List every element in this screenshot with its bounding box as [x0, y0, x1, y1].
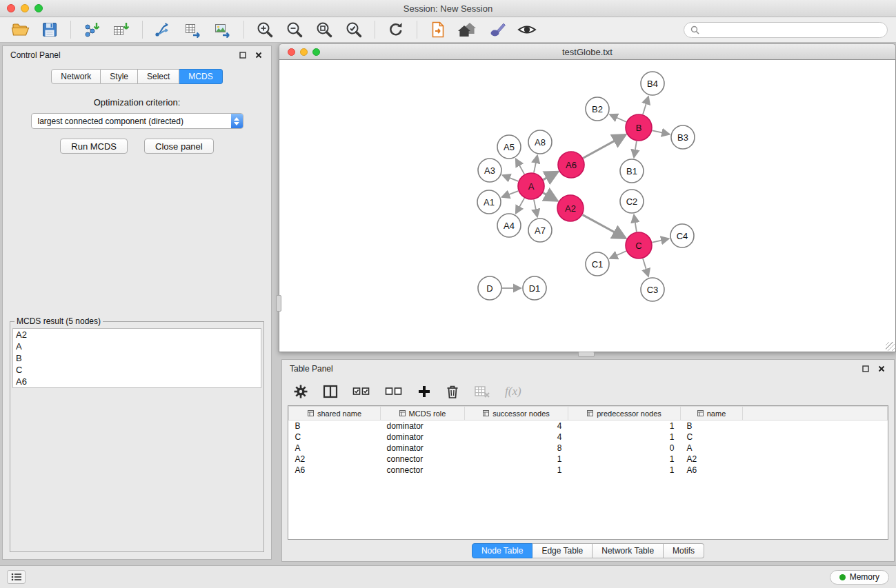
network-edge-C-C4[interactable] — [653, 239, 669, 242]
network-edge-A-A4[interactable] — [516, 198, 524, 213]
network-edge-A-A5[interactable] — [516, 159, 524, 174]
network-node-A5[interactable]: A5 — [497, 135, 521, 159]
network-edge-A-A1[interactable] — [502, 191, 519, 197]
minimize-network-window-button[interactable] — [300, 48, 308, 56]
zoom-out-button[interactable] — [281, 19, 308, 41]
table-row[interactable]: Cdominator41C — [289, 432, 888, 443]
network-node-A1[interactable]: A1 — [477, 190, 501, 214]
close-network-window-button[interactable] — [288, 48, 295, 56]
mcds-result-item[interactable]: A6 — [13, 376, 261, 387]
close-window-button[interactable] — [7, 4, 15, 12]
network-canvas-area[interactable]: B4B2BB3A8A5A6A3B1AC2A1A2A4A7C4CC1DD1C3 — [279, 60, 896, 352]
network-edge-A-A8[interactable] — [534, 156, 537, 173]
column-selector-button[interactable] — [323, 385, 338, 398]
mcds-result-item[interactable]: B — [13, 352, 261, 364]
network-edge-B-B1[interactable] — [634, 141, 637, 157]
mcds-result-item[interactable]: A2 — [13, 329, 261, 341]
search-box[interactable] — [684, 22, 888, 38]
network-node-B4[interactable]: B4 — [641, 72, 664, 95]
zoom-in-button[interactable] — [252, 19, 278, 41]
home-button[interactable] — [455, 19, 481, 41]
network-edge-B-B3[interactable] — [653, 130, 670, 134]
unselect-all-button[interactable] — [385, 385, 403, 398]
zoom-fit-button[interactable] — [311, 19, 337, 41]
run-mcds-button[interactable]: Run MCDS — [60, 139, 128, 154]
mcds-result-item[interactable]: C — [13, 364, 261, 376]
delete-column-button[interactable] — [446, 384, 459, 399]
column-header[interactable]: MCDS role — [381, 407, 465, 420]
network-edge-A-A6[interactable] — [544, 172, 558, 179]
network-edge-A2-C[interactable] — [583, 215, 626, 239]
network-node-B2[interactable]: B2 — [586, 97, 609, 121]
save-session-button[interactable] — [37, 19, 63, 41]
horizontal-splitter-grip[interactable] — [578, 352, 595, 357]
search-input[interactable] — [703, 25, 881, 34]
optimization-criterion-select[interactable]: largest connected component (directed) — [31, 113, 243, 129]
column-header[interactable]: successor nodes — [465, 407, 568, 420]
network-node-A7[interactable]: A7 — [528, 219, 552, 242]
import-network-button[interactable] — [79, 19, 105, 41]
network-edge-B-B4[interactable] — [643, 97, 648, 114]
mcds-result-list[interactable]: A2ABCA6 — [12, 328, 261, 388]
zoom-selected-button[interactable] — [341, 19, 367, 41]
mcds-result-item[interactable]: A — [13, 341, 261, 352]
network-edge-A-A2[interactable] — [543, 193, 557, 201]
network-edge-A-A3[interactable] — [503, 175, 519, 181]
network-edge-A6-B[interactable] — [584, 135, 626, 159]
network-node-B[interactable]: B — [626, 114, 652, 141]
network-node-B1[interactable]: B1 — [620, 159, 644, 183]
table-row[interactable]: Bdominator41B — [289, 420, 888, 432]
import-table-button[interactable] — [108, 19, 135, 41]
tab-network-table[interactable]: Network Table — [593, 543, 664, 558]
tab-edge-table[interactable]: Edge Table — [532, 543, 593, 558]
tab-node-table[interactable]: Node Table — [472, 543, 533, 558]
export-image-button[interactable] — [210, 19, 236, 41]
network-edge-B-B2[interactable] — [610, 114, 626, 122]
select-all-button[interactable] — [352, 385, 370, 398]
show-hide-details-button[interactable] — [514, 19, 540, 41]
add-column-button[interactable] — [417, 385, 431, 398]
network-node-A4[interactable]: A4 — [497, 214, 521, 237]
close-control-panel-button[interactable] — [254, 50, 263, 60]
network-window-titlebar[interactable]: testGlobe.txt — [279, 43, 896, 60]
network-node-C[interactable]: C — [626, 232, 652, 258]
close-table-panel-button[interactable] — [877, 364, 886, 374]
tab-network[interactable]: Network — [51, 69, 101, 84]
network-edge-C-C3[interactable] — [643, 258, 648, 276]
apply-layout-button[interactable] — [383, 19, 409, 41]
export-table-button[interactable] — [180, 19, 206, 41]
window-resize-handle[interactable] — [886, 342, 895, 351]
network-edge-C-C1[interactable] — [610, 251, 626, 258]
export-network-button[interactable] — [150, 19, 177, 41]
network-node-A3[interactable]: A3 — [478, 159, 501, 182]
graphics-details-button[interactable] — [484, 19, 510, 41]
open-document-button[interactable] — [425, 19, 451, 41]
network-node-C4[interactable]: C4 — [670, 224, 694, 247]
tab-mcds[interactable]: MCDS — [179, 69, 222, 84]
network-node-D[interactable]: D — [478, 276, 501, 300]
table-row[interactable]: A6connector11A6 — [289, 465, 888, 476]
function-builder-button[interactable]: f(x) — [505, 385, 521, 398]
tab-motifs[interactable]: Motifs — [664, 543, 704, 558]
network-node-B3[interactable]: B3 — [671, 125, 695, 149]
vertical-splitter-grip[interactable] — [276, 295, 281, 312]
column-header[interactable]: predecessor nodes — [568, 407, 681, 420]
network-node-A[interactable]: A — [518, 173, 544, 199]
minimize-window-button[interactable] — [21, 4, 29, 12]
network-node-A8[interactable]: A8 — [528, 130, 552, 154]
network-edge-C-C2[interactable] — [634, 215, 637, 232]
network-node-A6[interactable]: A6 — [558, 152, 584, 178]
float-table-panel-button[interactable] — [861, 364, 870, 374]
column-header[interactable]: name — [681, 407, 743, 420]
table-row[interactable]: A2connector11A2 — [289, 454, 888, 465]
tab-style[interactable]: Style — [101, 69, 138, 84]
panel-list-button[interactable] — [7, 570, 26, 584]
open-session-button[interactable] — [7, 19, 33, 41]
zoom-network-window-button[interactable] — [312, 48, 320, 56]
column-header[interactable]: shared name — [289, 407, 381, 420]
float-panel-button[interactable] — [238, 50, 248, 60]
memory-button[interactable]: Memory — [830, 570, 889, 585]
network-edge-A-A7[interactable] — [534, 200, 537, 217]
network-node-C3[interactable]: C3 — [641, 278, 664, 301]
network-node-C2[interactable]: C2 — [620, 190, 644, 213]
